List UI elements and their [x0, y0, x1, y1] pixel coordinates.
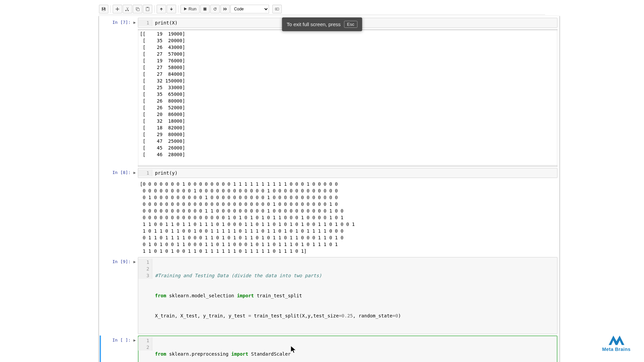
- celltype-select[interactable]: Code: [230, 5, 269, 13]
- separator: [178, 5, 178, 13]
- restart-button[interactable]: [210, 5, 220, 13]
- output-cell: . [0 0 0 0 0 0 0 1 0 0 0 0 0 0 0 0 1 1 1…: [101, 179, 557, 256]
- code-input[interactable]: 1 2 3 #Training and Testing Data (divide…: [138, 257, 557, 334]
- svg-rect-1: [137, 8, 139, 11]
- run-cell-icon[interactable]: ▶: [133, 259, 136, 264]
- command-palette-button[interactable]: [272, 5, 282, 13]
- fullscreen-tooltip: To exit full screen, press Esc: [282, 17, 362, 31]
- code-cell[interactable]: In [8]:▶ 1 print(y): [101, 168, 557, 178]
- separator: [154, 5, 155, 13]
- esc-key: Esc: [344, 21, 358, 28]
- code-input[interactable]: 1 print(y): [138, 168, 557, 178]
- run-cell-icon[interactable]: ▶: [133, 338, 136, 343]
- mouse-cursor-icon: [290, 345, 297, 355]
- restart-run-all-button[interactable]: [220, 5, 230, 13]
- svg-rect-5: [171, 7, 172, 9]
- logo-text: Meta Brains: [602, 347, 631, 352]
- cell-prompt: In [ ]:▶: [101, 336, 138, 343]
- cut-cell-button[interactable]: [123, 5, 132, 13]
- run-label: Run: [189, 6, 197, 11]
- move-down-button[interactable]: [167, 5, 176, 13]
- run-button[interactable]: Run: [180, 5, 200, 13]
- code-cell-active[interactable]: In [ ]:▶ 1 2 from sklearn.preprocessing …: [100, 336, 557, 362]
- interrupt-button[interactable]: [200, 5, 210, 13]
- tooltip-text: To exit full screen, press: [287, 21, 341, 27]
- run-cell-icon[interactable]: ▶: [133, 170, 136, 175]
- cell-prompt: In [8]:▶: [101, 168, 138, 175]
- svg-rect-4: [161, 9, 162, 10]
- cell-prompt: In [9]:▶: [101, 257, 138, 264]
- paste-cell-button[interactable]: [143, 5, 152, 13]
- copy-cell-button[interactable]: [133, 5, 142, 13]
- save-button[interactable]: [99, 5, 108, 13]
- code-input[interactable]: 1 2 from sklearn.preprocessing import St…: [138, 336, 557, 362]
- meta-brains-logo: Meta Brains: [602, 333, 631, 352]
- output-cell: . [[ 19 19000] [ 35 20000] [ 26 43000] […: [101, 29, 557, 167]
- output-text: [0 0 0 0 0 0 0 1 0 0 0 0 0 0 0 0 1 1 1 1…: [138, 179, 557, 256]
- separator: [110, 5, 111, 13]
- add-cell-button[interactable]: [113, 5, 122, 13]
- output-text[interactable]: [[ 19 19000] [ 35 20000] [ 26 43000] [ 2…: [138, 29, 557, 167]
- cell-prompt: In [7]:▶: [101, 18, 138, 25]
- run-cell-icon[interactable]: ▶: [133, 20, 136, 25]
- code-cell[interactable]: In [9]:▶ 1 2 3 #Training and Testing Dat…: [101, 257, 557, 334]
- svg-rect-6: [203, 7, 206, 10]
- svg-rect-8: [276, 9, 277, 9]
- move-up-button[interactable]: [157, 5, 166, 13]
- notebook-container: In [7]:▶ 1 print(X) . [[ 19 19000] [ 35 …: [99, 16, 560, 362]
- svg-rect-3: [147, 7, 148, 8]
- toolbar: Run Code: [99, 5, 545, 15]
